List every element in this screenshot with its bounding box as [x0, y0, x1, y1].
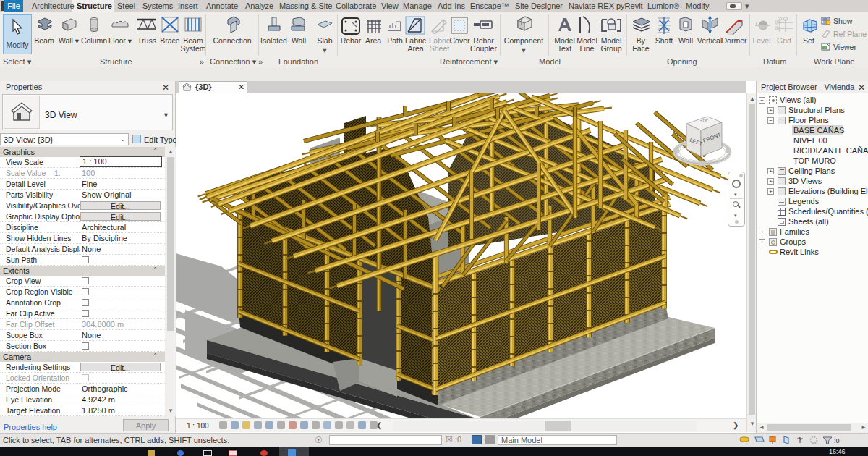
svg-text::0: :0 [834, 437, 840, 444]
